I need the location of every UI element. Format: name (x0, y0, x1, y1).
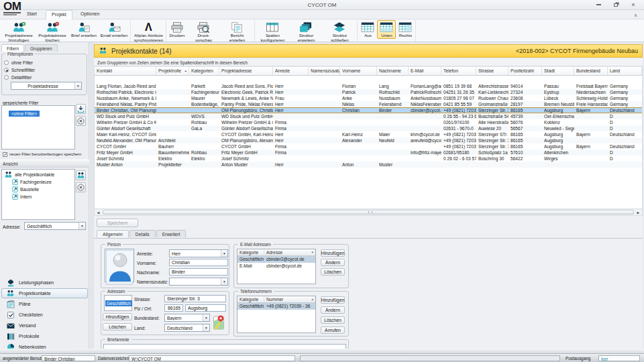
table-row[interactable]: WD Stuck und Putz GmbHWDVSWD Stuck und P… (95, 113, 642, 119)
save-user-checkbox[interactable]: ✓ neuen Filter benutzerbezogen speichern (3, 152, 87, 157)
tab-allgemein[interactable]: Allgemein (97, 230, 129, 237)
sidebar-item-protokolle[interactable]: Protokolle (1, 331, 88, 341)
group-hint-bar[interactable]: Zum Gruppieren von Zeilen ziehen Sie ein… (94, 58, 643, 66)
bottom-splitter[interactable] (0, 349, 644, 353)
table-row[interactable]: Nussbaum Anke, Newmark & LewisMaurerNewm… (95, 95, 642, 101)
chevron-down-icon[interactable]: ▾ (221, 278, 227, 285)
hinzufügen-button[interactable]: Hinzufügen (103, 313, 132, 320)
table-row[interactable]: Neufeld Alexander, OM PlanungsbürArchite… (95, 137, 642, 143)
filter-type-combo[interactable]: Projektadresse ▾ (11, 82, 82, 90)
sidebar-item-projektkontakte[interactable]: Projektkontakte (1, 288, 88, 298)
löschen-button[interactable]: Löschen (103, 323, 132, 330)
col-header-kontakt[interactable]: Kontakt (95, 67, 156, 76)
horizontal-scrollbar[interactable]: ◀ ▶ (94, 208, 643, 216)
sidebar-item-pläne[interactable]: Pläne (1, 299, 88, 309)
ribbon-button-brief-erstellen[interactable]: Brief erstellen (69, 20, 99, 39)
tree-item-baustelle[interactable]: Baustelle (2, 186, 74, 193)
ribbon-button-unten[interactable]: Unten (377, 20, 396, 39)
ribbon-button-rechts[interactable]: Rechts (396, 20, 415, 39)
collapse-ribbon-icon[interactable]: ∧ (634, 13, 637, 18)
email-row[interactable]: E-Mailcbinder@cycot.de (237, 263, 315, 269)
scroll-right-icon[interactable]: ▶ (635, 209, 642, 215)
tab-erweitert[interactable]: Erweitert (156, 230, 186, 237)
ribbon-button-projektadresse-hinzufügen[interactable]: Projektadresse hinzufügen (2, 20, 36, 43)
nachname-field[interactable]: Binder (169, 268, 228, 276)
ändern-button[interactable]: Ändern (321, 259, 345, 266)
ribbon-button-struktur-schließen[interactable]: Struktur schließen (323, 20, 356, 43)
ribbon-tab-optionen[interactable]: Optionen (75, 10, 105, 19)
chevron-down-icon[interactable]: ▾ (203, 314, 209, 321)
ansicht-tree[interactable]: alle Projektkontakte Fachingenieure Baus… (1, 169, 75, 220)
tab-filtern[interactable]: Filtern (1, 44, 24, 52)
ribbon-button-spalten-konfigurieren[interactable]: Spalten konfigurieren (256, 20, 289, 43)
col-header-strasse[interactable]: Strasse (476, 67, 508, 76)
col-header-vorname[interactable]: Vorname (340, 67, 377, 76)
email-grid[interactable]: Kategorie Adresse ▼ Geschäftlichcbinder2… (237, 249, 316, 284)
ribbon-button-drucken[interactable]: Drucken (167, 20, 186, 39)
ribbon-button-struktur-erweitern[interactable]: Struktur erweitern (289, 20, 323, 43)
minimize-icon[interactable] (593, 1, 604, 8)
chevron-down-icon[interactable]: ▾ (221, 250, 227, 257)
adresse-combo[interactable]: Geschäftlich ▾ (24, 222, 86, 230)
strasse-field[interactable]: Sterzinger Str. 3 (164, 295, 226, 302)
col-kategorie[interactable]: Kategorie (237, 296, 264, 302)
delete-filter-button[interactable] (76, 116, 86, 126)
anrede-combo[interactable]: Herr ▾ (169, 249, 228, 257)
table-row[interactable]: Muster AntonProjektleiterAnton MusterHer… (95, 162, 642, 168)
tab-details[interactable]: Details (129, 230, 156, 237)
hinzufügen-button[interactable]: Hinzufügen (321, 296, 345, 304)
col-kategorie[interactable]: Kategorie (237, 249, 264, 255)
anrufen-button[interactable]: Anrufen (321, 326, 345, 334)
view-people-button[interactable] (76, 170, 86, 180)
land-combo[interactable]: Deutschland ▾ (164, 324, 210, 332)
table-row[interactable]: CYCOT GmbHBauherrCYCOT GmbHFirma+49 (082… (95, 143, 642, 149)
table-row[interactable]: Feierabend Niklas, Pantry PrideBodenbelä… (95, 101, 642, 107)
col-header-telefon[interactable]: Telefon (441, 67, 476, 76)
table-row[interactable]: Fritz Meyer GmbHBauunternehmerRohbauFrit… (95, 149, 642, 156)
table-row[interactable]: Binder Christian, OM PlanungsbüroOM Plan… (95, 107, 642, 113)
col-header-kategorien[interactable]: Kategorien (189, 67, 219, 76)
col-header-projektrolle[interactable]: Projektrolle▲ (156, 67, 189, 76)
filter-dropdown-icon[interactable]: ▼ (311, 251, 314, 254)
sidebar-item-leistungsphasen[interactable]: Leistungsphasen (1, 278, 88, 288)
phone-row[interactable]: Geschäftlich+49 (0821) 72039 - 36 (237, 303, 315, 310)
tab-gruppieren[interactable]: Gruppieren (25, 44, 58, 52)
radio-schnellfilter[interactable]: Schnellfilter (4, 68, 35, 72)
close-icon[interactable]: × (628, 1, 639, 8)
table-row[interactable]: Lang Florian, Jacob Reed and SonsParkett… (95, 83, 642, 89)
save-filter-button[interactable] (76, 104, 86, 114)
chevron-down-icon[interactable]: ▾ (74, 82, 81, 89)
save-button[interactable]: Speichern (97, 219, 138, 227)
col-header-postleitzahl[interactable]: Postleitzahl (508, 67, 542, 76)
col-header-land[interactable]: Land (608, 67, 642, 76)
ribbon-button-bericht-erstellen[interactable]: Bericht erstellen (220, 20, 254, 43)
plz-field[interactable]: 86165 (164, 304, 183, 312)
table-row[interactable]: Günter Alsdorf GesellschaftGaLaGünter Al… (95, 125, 642, 131)
col-header-namenszusatz[interactable]: Namenszusatz (309, 67, 340, 76)
table-row[interactable]: Rothschild Patrick, Electronic GeekFachi… (95, 89, 642, 95)
ändern-button[interactable]: Ändern (321, 306, 345, 314)
table-row[interactable]: Maier Karl-Heinz, CYCOT GmbHCYCOT GmbH, … (95, 131, 642, 137)
ribbon-button-druck-vorschau[interactable]: Druck- vorschau (186, 20, 220, 43)
col-header-bundesland[interactable]: Bundesland (574, 67, 608, 76)
address-list[interactable]: Geschäftlich (104, 295, 132, 311)
namenszusatz-combo[interactable]: ▾ (169, 278, 228, 286)
ribbon-button-allplan-attribute-synchronisieren[interactable]: ΛAllplan Attribute synchronisieren (131, 20, 165, 43)
radio-detailfilter[interactable]: Detailfilter (4, 75, 32, 80)
löschen-button[interactable]: Löschen (321, 268, 345, 276)
list-item[interactable]: Geschäftlich (105, 300, 132, 306)
ort-field[interactable]: Augsburg (185, 304, 226, 312)
col-header-nachname[interactable]: Nachname (377, 67, 409, 76)
saved-filters-list[interactable]: <ohne Filter> (1, 105, 75, 149)
ribbon-button-projektadresse-löschen[interactable]: Projektadresse löschen (36, 20, 69, 43)
löschen-button[interactable]: Löschen (321, 316, 345, 324)
maps-icon[interactable] (213, 314, 224, 333)
table-row[interactable]: Josef SchmitzElektroElektroJosef Schmitz… (95, 156, 642, 162)
email-grid-header[interactable]: Kategorie Adresse ▼ (237, 249, 315, 256)
col-header-projektadresse[interactable]: Projektadresse (219, 67, 273, 76)
ribbon-button-email-erstellen[interactable]: Email erstellen (99, 20, 130, 39)
tree-item-intern[interactable]: Intern (2, 193, 74, 200)
hinzufügen-button[interactable]: Hinzufügen (321, 249, 345, 257)
sort-asc-icon[interactable]: ▲ (311, 298, 314, 301)
col-header-anrede[interactable]: Anrede (273, 67, 309, 76)
